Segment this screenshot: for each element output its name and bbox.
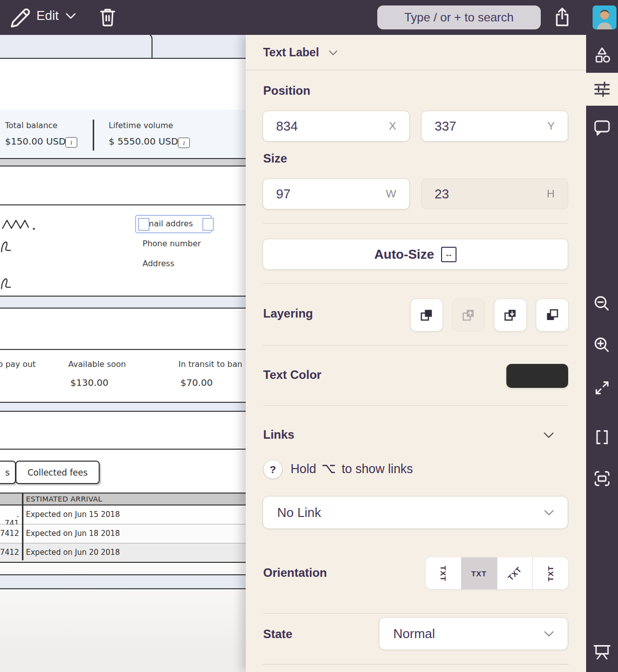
available-soon-value[interactable]: $130.00: [70, 377, 109, 388]
resize-handle-right[interactable]: [202, 218, 214, 231]
links-collapse-chevron[interactable]: [544, 432, 554, 438]
trash-icon: [98, 5, 118, 28]
table-row[interactable]: . 741 Expected on Jun 15 2018: [0, 505, 246, 524]
position-y-value: 337: [435, 119, 456, 134]
bring-forward-button: [452, 299, 485, 332]
size-height-value: 23: [435, 186, 449, 202]
option-key-icon: [322, 464, 335, 474]
in-transit-value[interactable]: $70.00: [180, 377, 213, 388]
lifetime-volume-label[interactable]: Lifetime volume: [109, 121, 173, 130]
topbar: Edit Type / or + to search: [0, 0, 618, 35]
scan-frame-icon: [593, 469, 612, 488]
vertical-divider: [93, 120, 94, 151]
link-dropdown[interactable]: No Link: [263, 496, 568, 529]
collected-fees-tab[interactable]: Collected fees: [15, 461, 100, 484]
search-bar[interactable]: Type / or + to search: [377, 5, 541, 29]
lifetime-volume-value[interactable]: $ 5550.00 USD: [109, 136, 178, 147]
total-balance-value[interactable]: $150.00 USD: [5, 136, 66, 147]
comment-icon: [593, 118, 612, 137]
orientation-diagonal[interactable]: TXT: [497, 557, 533, 589]
question-mark-icon: ?: [270, 464, 276, 476]
in-transit-label[interactable]: In transit to ban: [178, 359, 242, 369]
present-button[interactable]: [586, 636, 618, 668]
edit-menu[interactable]: Edit: [36, 8, 76, 23]
balance-summary[interactable]: Total balance $150.00 USD i Lifetime vol…: [0, 110, 246, 158]
orientation-horizontal[interactable]: TXT: [461, 557, 497, 589]
info-icon[interactable]: i: [178, 138, 190, 148]
size-height-input: 23 H: [421, 178, 568, 209]
zoom-fit-button[interactable]: [586, 372, 618, 404]
size-width-input[interactable]: 97 W: [263, 178, 410, 209]
sketch-divider-strip: [0, 296, 246, 309]
bring-to-front-icon: [419, 308, 434, 323]
expand-arrows-icon: [593, 379, 611, 397]
sketch-scribble[interactable]: [1, 216, 37, 233]
row-arrival: Expected on Jun 18 2018: [26, 529, 120, 538]
available-soon-label[interactable]: Available soon: [68, 359, 126, 369]
orientation-vertical-up[interactable]: TXT: [532, 557, 568, 589]
sketch-divider-strip: [0, 158, 246, 167]
zoom-out-button[interactable]: [586, 288, 618, 320]
send-to-back-button[interactable]: [536, 299, 569, 332]
focus-mode-button[interactable]: [586, 463, 618, 495]
txt-label: TXT: [471, 569, 486, 578]
browser-card-outline[interactable]: [0, 35, 153, 58]
to-pay-out-label[interactable]: o pay out: [0, 359, 36, 369]
zoom-in-button[interactable]: [586, 330, 618, 361]
panel-title: Text Label: [263, 46, 319, 59]
sliders-icon: [593, 80, 612, 99]
links-help-button[interactable]: ?: [263, 460, 283, 479]
table-row[interactable]: 7412 Expected on Jun 20 2018: [0, 543, 246, 563]
resize-handle-left[interactable]: [138, 218, 150, 231]
delete-button[interactable]: [98, 4, 121, 30]
table-column-divider: [22, 493, 23, 560]
sketch-divider-strip: [0, 402, 246, 412]
text-color-swatch[interactable]: [506, 364, 568, 388]
orientation-segmented-control: TXT TXT TXT TXT: [426, 557, 568, 589]
share-button[interactable]: [552, 5, 574, 30]
selected-element-dropdown[interactable]: Text Label: [263, 46, 337, 59]
size-width-value: 97: [276, 186, 291, 202]
chevron-down-icon: [544, 510, 554, 515]
size-height-suffix: H: [547, 187, 555, 200]
position-heading: Position: [263, 84, 310, 98]
auto-size-icon: ↔: [441, 247, 457, 262]
links-heading: Links: [263, 428, 295, 442]
auto-size-button[interactable]: Auto-Size ↔: [263, 239, 568, 270]
table-row[interactable]: 7412 Expected on Jun 18 2018: [0, 524, 246, 543]
divider: [246, 70, 586, 70]
row-arrival: Expected on Jun 15 2018: [26, 510, 120, 519]
inspector-button[interactable]: [586, 73, 618, 106]
size-heading: Size: [263, 152, 287, 166]
data-table[interactable]: ESTIMATED ARRIVAL . 741 Expected on Jun …: [0, 493, 246, 560]
state-dropdown[interactable]: Normal: [379, 617, 568, 650]
send-to-back-icon: [545, 308, 560, 323]
orientation-vertical-down[interactable]: TXT: [426, 557, 461, 589]
markup-brackets-button[interactable]: [586, 421, 618, 453]
chevron-down-icon: [66, 13, 76, 19]
info-icon[interactable]: i: [65, 137, 77, 148]
sketch-scribble[interactable]: [0, 236, 13, 254]
comments-button[interactable]: [586, 111, 618, 143]
send-backward-button[interactable]: [494, 299, 527, 332]
edit-label: Edit: [36, 8, 59, 23]
address-label[interactable]: Address: [143, 259, 174, 268]
ui-library-button[interactable]: [586, 39, 618, 71]
bring-to-front-button[interactable]: [410, 299, 443, 332]
row-ref: 7412: [0, 548, 19, 557]
sketch-rule: [0, 449, 246, 450]
user-avatar[interactable]: [593, 5, 617, 29]
layering-heading: Layering: [263, 307, 313, 321]
auto-size-label: Auto-Size: [374, 247, 434, 262]
partial-tab[interactable]: s: [0, 461, 16, 484]
help-text-prefix: Hold: [291, 462, 316, 476]
link-dropdown-value: No Link: [277, 505, 321, 520]
total-balance-label[interactable]: Total balance: [5, 121, 57, 130]
edit-tool-button[interactable]: [9, 4, 33, 30]
table-header-row[interactable]: ESTIMATED ARRIVAL: [0, 493, 246, 505]
sketch-scribble[interactable]: [0, 273, 13, 291]
txt-label: TXT: [546, 565, 555, 581]
phone-label[interactable]: Phone number: [143, 239, 201, 248]
position-x-input[interactable]: 834 X: [263, 111, 410, 142]
position-y-input[interactable]: 337 Y: [421, 111, 568, 142]
